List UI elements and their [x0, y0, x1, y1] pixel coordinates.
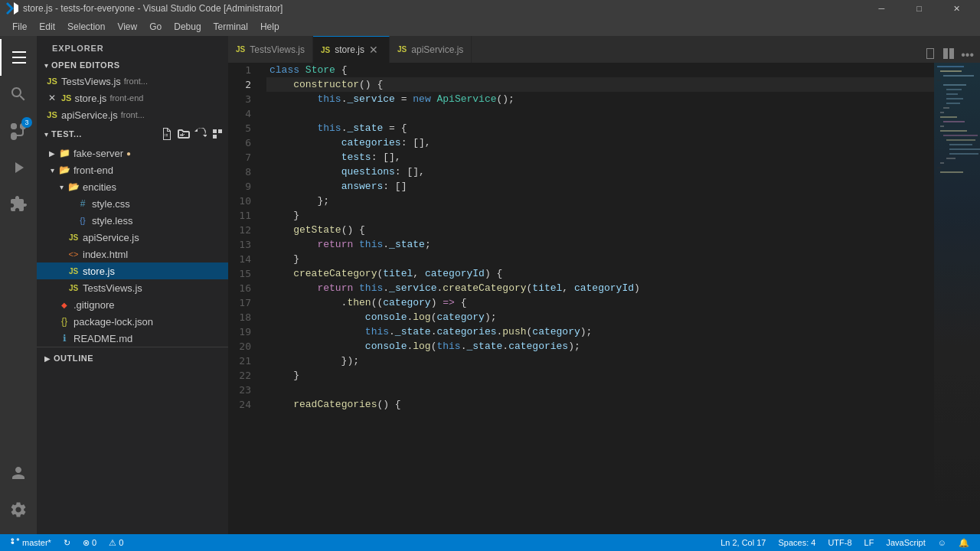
open-editor-store-name: store.js	[74, 93, 106, 104]
code-line-19: this._state.categories.push(category);	[266, 324, 934, 339]
app-icon	[6, 2, 18, 15]
open-editor-api-name: apiService.js	[61, 109, 118, 121]
activity-settings[interactable]	[0, 491, 37, 528]
activity-run[interactable]	[0, 149, 37, 186]
tab-store[interactable]: JS store.js ✕	[313, 36, 390, 63]
open-editor-store[interactable]: ✕ JS store.js front-end	[37, 90, 228, 106]
status-ln-col[interactable]: Ln 2, Col 17	[716, 534, 770, 551]
new-file-button[interactable]	[159, 126, 175, 142]
eol-label: LF	[864, 538, 874, 547]
activity-extensions[interactable]	[0, 186, 37, 223]
status-language[interactable]: JavaScript	[881, 534, 929, 551]
folder-front-end[interactable]: ▾ 📂 front-end	[37, 161, 228, 178]
menu-terminal[interactable]: Terminal	[207, 20, 254, 34]
new-folder-button[interactable]	[176, 126, 191, 142]
open-editors-header[interactable]: ▾ OPEN EDITORS	[37, 57, 228, 73]
outline-header[interactable]: ▶ OUTLINE	[37, 350, 228, 366]
file-index-html[interactable]: <> index.html	[37, 246, 228, 262]
folder-fake-server[interactable]: ▶ 📁 fake-server	[37, 145, 228, 161]
tab-apiservice[interactable]: JS apiService.js	[390, 36, 472, 63]
status-warnings[interactable]: ⚠ 0	[104, 534, 128, 551]
spaces-label: Spaces: 4	[778, 538, 815, 547]
status-eol[interactable]: LF	[860, 534, 879, 551]
more-actions-btn[interactable]: •••	[961, 48, 974, 62]
git-file-icon: ◆	[58, 298, 70, 311]
project-header[interactable]: ▾ TEST...	[37, 123, 228, 145]
folder-fake-server-icon: 📁	[58, 147, 70, 159]
sidebar: EXPLORER ▾ OPEN EDITORS JS TestsViews.js…	[37, 36, 228, 534]
js-testsviews-icon: JS	[67, 282, 80, 294]
minimize-button[interactable]: ─	[864, 0, 899, 17]
refresh-button[interactable]	[193, 126, 208, 142]
menu-file[interactable]: File	[6, 20, 33, 34]
activity-accounts[interactable]	[0, 455, 37, 491]
close-file-icon[interactable]: ✕	[46, 92, 58, 104]
activity-explorer[interactable]	[0, 39, 37, 76]
ln-14: 14	[228, 252, 259, 266]
maximize-button[interactable]: □	[902, 0, 936, 17]
menu-edit[interactable]: Edit	[33, 20, 61, 34]
svg-rect-12	[943, 107, 949, 109]
window-controls: ─ □ ✕	[864, 0, 974, 17]
status-bell[interactable]: 🔔	[954, 534, 974, 551]
open-editor-api-path: front...	[121, 110, 145, 119]
branch-icon	[11, 538, 20, 547]
smiley-icon: ☺	[938, 538, 946, 547]
svg-rect-16	[940, 126, 944, 127]
svg-rect-24	[940, 162, 944, 164]
menu-selection[interactable]: Selection	[61, 20, 111, 34]
bell-icon: 🔔	[959, 538, 969, 548]
menubar: File Edit Selection View Go Debug Termin…	[0, 17, 980, 36]
tab-store-close[interactable]: ✕	[369, 44, 378, 56]
file-testsviews[interactable]: JS TestsViews.js	[37, 279, 228, 296]
file-gitignore[interactable]: ◆ .gitignore	[37, 296, 228, 313]
open-editor-store-path: front-end	[109, 93, 143, 103]
svg-rect-18	[943, 135, 978, 136]
svg-rect-13	[940, 112, 944, 113]
source-control-badge: 3	[21, 117, 32, 128]
open-editors-btn[interactable]	[924, 47, 936, 63]
open-editor-testsviews[interactable]: JS TestsViews.js front...	[37, 73, 228, 90]
tab-testsviews[interactable]: JS TestsViews.js	[228, 36, 313, 63]
file-store-js[interactable]: JS store.js	[37, 262, 228, 279]
activity-search[interactable]	[0, 76, 37, 112]
status-errors[interactable]: ⊗ 0	[78, 534, 101, 551]
menu-debug[interactable]: Debug	[168, 20, 207, 34]
js-store-icon: JS	[67, 265, 80, 277]
status-branch[interactable]: master*	[6, 534, 56, 551]
ln-21: 21	[228, 354, 259, 368]
menu-help[interactable]: Help	[254, 20, 286, 34]
file-style-css[interactable]: # style.css	[37, 195, 228, 212]
code-line-24: readCategories() {	[266, 397, 934, 412]
menu-go[interactable]: Go	[143, 20, 168, 34]
file-readme[interactable]: ℹ README.md	[37, 330, 228, 347]
code-line-12: getState() {	[266, 223, 934, 237]
code-line-14: }	[266, 252, 934, 266]
status-sync[interactable]: ↻	[59, 534, 75, 551]
tab-apiservice-icon: JS	[397, 45, 407, 54]
code-line-20: console.log(this._state.categories);	[266, 339, 934, 354]
outline-title: OUTLINE	[54, 354, 225, 363]
ln-5: 5	[228, 121, 259, 135]
ln-11: 11	[228, 208, 259, 223]
status-smiley[interactable]: ☺	[933, 534, 951, 551]
project-arrow: ▾	[44, 130, 48, 139]
file-package-lock[interactable]: {} package-lock.json	[37, 313, 228, 330]
svg-rect-10	[946, 98, 963, 99]
menu-view[interactable]: View	[111, 20, 143, 34]
code-editor[interactable]: class Store { constructor() { this._serv…	[266, 63, 934, 534]
status-spaces[interactable]: Spaces: 4	[773, 534, 820, 551]
split-editor-btn[interactable]	[942, 47, 955, 63]
file-apiservice[interactable]: JS apiService.js	[37, 229, 228, 246]
activity-source-control[interactable]: 3	[0, 112, 37, 149]
open-editor-apiservice[interactable]: JS apiService.js front...	[37, 106, 228, 123]
collapse-all-button[interactable]	[210, 126, 225, 142]
code-line-22: }	[266, 368, 934, 383]
line-numbers: 1 2 3 4 5 6 7 8 9 10 11 12 13 14 15 16 1…	[228, 63, 266, 534]
file-style-less[interactable]: {} style.less	[37, 212, 228, 229]
status-encoding[interactable]: UTF-8	[823, 534, 856, 551]
encities-arrow: ▾	[55, 183, 67, 191]
close-button[interactable]: ✕	[939, 0, 974, 17]
code-line-6: categories: [],	[266, 135, 934, 150]
folder-encities[interactable]: ▾ 📂 encities	[37, 178, 228, 195]
